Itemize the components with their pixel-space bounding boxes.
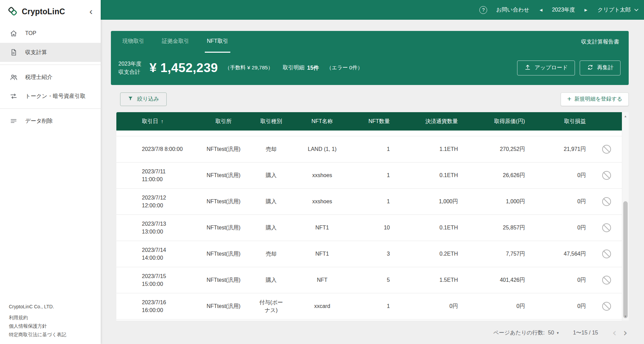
sidebar-item-data-delete[interactable]: データ削除 [0,111,101,131]
sidebar-item-label: 税理士紹介 [25,74,52,81]
block-icon[interactable] [602,250,611,258]
cell-action [591,197,622,206]
summary-row: 2023年度 収支合計 ¥ 1,452,239 （手数料 ¥ 29,785） 取… [111,53,629,85]
recalculate-button[interactable]: 再集計 [580,61,621,75]
sidebar-item-token-withdraw[interactable]: トークン・暗号資産引取 [0,87,101,106]
report-link[interactable]: 収支計算報告書 [581,38,619,46]
cell-trade-date: 2023/7/13 13:00:00 [116,220,191,236]
column-trade-type: 取引種別 [256,117,286,125]
cell-exchange: NFTtest(汎用) [191,224,256,231]
people-icon [10,73,18,81]
rows-icon [10,117,18,125]
table-header-row: 取引日↑ 取引所 取引種別 NFT名称 NFT数量 決済通貨数量 取得原価(円)… [116,112,622,131]
tab-margin-trade[interactable]: 証拠金取引 [160,31,191,53]
cell-trade-date: 2023/7/16 16:00:00 [116,298,191,314]
cell-exchange: NFTtest(汎用) [191,276,256,284]
cell-nft-name: NFT [286,276,358,284]
cell-action [591,302,622,311]
block-icon[interactable] [602,171,611,180]
terms-link[interactable]: 利用規約 [9,315,66,321]
commerce-law-link[interactable]: 特定商取引法に基づく表記 [9,332,66,338]
sidebar-item-top[interactable]: TOP [0,24,101,43]
tab-nft-trade[interactable]: NFT取引 [205,31,230,53]
new-entry-button[interactable]: + 新規明細を登録する [561,92,629,106]
cell-cost: 401,426円 [463,276,530,284]
next-page-icon[interactable]: › [623,328,627,338]
sidebar-divider [0,65,101,65]
next-year-icon[interactable]: ▶ [583,6,589,14]
rows-per-page-group: ページあたりの行数: 50 ▾ [493,329,559,337]
block-icon[interactable] [602,223,611,232]
prev-page-icon[interactable]: ‹ [612,328,616,338]
cell-exchange: NFTtest(汎用) [191,302,256,310]
cell-trade-type: 購入 [256,197,286,205]
swap-icon [10,92,18,100]
cell-pnl: 0円 [530,171,591,179]
cell-cost: 25,857円 [463,224,530,231]
cell-trade-type: 売却 [256,145,286,153]
cell-pnl: 0円 [530,276,591,284]
cell-exchange: NFTtest(汎用) [191,171,256,179]
sidebar-divider [0,108,101,109]
cell-trade-type: 売却 [256,250,286,258]
help-icon[interactable]: ? [479,6,487,14]
prev-year-icon[interactable]: ◀ [538,6,544,14]
cell-exchange: NFTtest(汎用) [191,250,256,258]
cell-exchange: NFTtest(汎用) [191,197,256,205]
cell-trade-date: 2023/7/14 14:00:00 [116,246,191,262]
table-row[interactable]: 2023/7/11 11:00:00 NFTtest(汎用) 購入 xxshoe… [116,162,622,189]
table-row[interactable]: 2023/7/14 14:00:00 NFTtest(汎用) 売却 NFT1 3… [116,241,622,267]
column-trade-date[interactable]: 取引日↑ [116,117,191,125]
sidebar-collapse-icon[interactable]: ‹ [87,7,95,16]
column-exchange: 取引所 [191,117,256,125]
scrollbar-thumb[interactable] [623,201,628,318]
privacy-policy-link[interactable]: 個人情報保護方針 [9,323,66,329]
scroll-down-icon[interactable]: ▼ [622,313,629,320]
tabs-row: 現物取引 証拠金取引 NFT取引 収支計算報告書 [111,31,629,53]
table-row[interactable]: 2023/7/8 8:00:00 NFTtest(汎用) 売却 LAND (1,… [116,136,622,162]
block-icon[interactable] [602,302,611,311]
cell-pnl: 0円 [530,224,591,231]
upload-button[interactable]: アップロード [517,61,575,75]
cell-action [591,171,622,180]
filter-button[interactable]: 絞り込み [120,92,167,106]
sidebar-item-profit-calc[interactable]: 収支計算 [0,43,101,62]
user-menu[interactable]: クリプト太郎 [598,6,639,14]
block-icon[interactable] [602,145,611,154]
table-main: 取引日↑ 取引所 取引種別 NFT名称 NFT数量 決済通貨数量 取得原価(円)… [116,112,622,321]
toolbar-row: 絞り込み + 新規明細を登録する [111,92,629,106]
table-row[interactable]: 2023/7/16 16:00:00 NFTtest(汎用) 付与(ボーナス) … [116,293,622,320]
column-nft-name: NFT名称 [286,117,358,125]
sidebar-item-label: 収支計算 [25,49,47,56]
cell-trade-date: 2023/7/15 15:00:00 [116,272,191,288]
sidebar-item-tax-accountant[interactable]: 税理士紹介 [0,68,101,87]
scroll-up-icon[interactable]: ▲ [622,113,629,120]
cell-action [591,276,622,285]
table-row[interactable]: 2023/7/12 12:00:00 NFTtest(汎用) 購入 xxshoe… [116,189,622,215]
sidebar: CryptoLinC ‹ TOP 収支計算 [0,0,101,344]
cell-trade-type: 購入 [256,171,286,179]
sidebar-item-label: トークン・暗号資産引取 [25,93,85,100]
column-nft-qty: NFT数量 [358,117,395,125]
table-scrollbar[interactable]: ▲ ▼ [622,112,629,321]
chevron-down-icon [634,7,639,13]
cell-nft-name: xxshoes [286,197,358,205]
table-row[interactable]: 2023/7/15 15:00:00 NFTtest(汎用) 購入 NFT 5 … [116,267,622,293]
cell-trade-date: 2023/7/8 8:00:00 [116,145,191,153]
sort-asc-icon: ↑ [161,118,164,124]
rows-per-page-select[interactable]: 50 ▾ [548,330,559,336]
tab-spot-trade[interactable]: 現物取引 [120,31,146,53]
cell-cost: 270,252円 [463,145,530,153]
fiscal-year-label: 2023年度 [552,6,575,14]
cell-settlement-qty: 1,000円 [395,197,463,205]
user-name: クリプト太郎 [598,6,631,14]
cell-settlement-qty: 0.1ETH [395,224,463,231]
cell-cost: 0円 [463,302,530,310]
fee-note: （手数料 ¥ 29,785） [225,64,273,71]
column-settlement-qty: 決済通貨数量 [395,117,463,125]
block-icon[interactable] [602,276,611,285]
table-row[interactable]: 2023/7/13 13:00:00 NFTtest(汎用) 購入 NFT1 1… [116,215,622,241]
contact-link[interactable]: お問い合わせ [496,6,529,14]
block-icon[interactable] [602,197,611,206]
app-logo-text[interactable]: CryptoLinC [22,7,87,16]
